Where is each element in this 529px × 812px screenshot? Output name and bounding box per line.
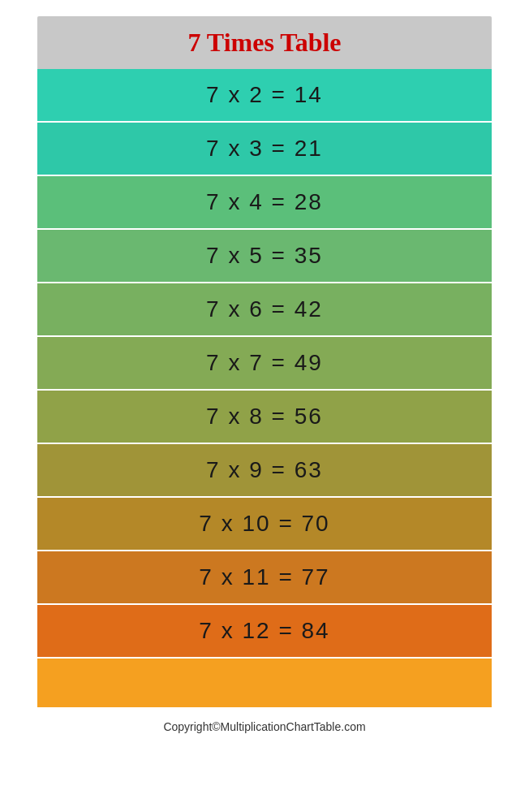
table-row: 7 x 7 = 49 <box>37 337 492 391</box>
table-row: 7 x 9 = 63 <box>37 444 492 498</box>
table-row-text: 7 x 11 = 77 <box>199 564 329 590</box>
footer-text: Copyright©MultiplicationChartTable.com <box>163 720 365 733</box>
table-row-text: 7 x 2 = 14 <box>206 82 323 108</box>
table-row-text: 7 x 8 = 56 <box>206 404 323 430</box>
table-row: 7 x 3 = 21 <box>37 123 492 176</box>
orange-bar <box>37 659 492 707</box>
table-row-text: 7 x 12 = 84 <box>199 618 329 644</box>
table-row: 7 x 2 = 14 <box>37 69 492 123</box>
table-row: 7 x 10 = 70 <box>37 498 492 551</box>
table-row: 7 x 12 = 84 <box>37 605 492 659</box>
table-row-text: 7 x 5 = 35 <box>206 243 323 269</box>
title-row: 7 Times Table <box>37 16 492 69</box>
footer: Copyright©MultiplicationChartTable.com <box>163 720 365 733</box>
table-row: 7 x 5 = 35 <box>37 230 492 283</box>
table-row: 7 x 8 = 56 <box>37 391 492 444</box>
table-row-text: 7 x 9 = 63 <box>206 457 323 483</box>
table-row-text: 7 x 6 = 42 <box>206 296 323 322</box>
main-container: 7 Times Table 7 x 2 = 147 x 3 = 217 x 4 … <box>37 16 492 707</box>
table-row-text: 7 x 7 = 49 <box>206 350 323 376</box>
table-row-text: 7 x 3 = 21 <box>206 136 323 162</box>
page-title: 7 Times Table <box>187 28 341 57</box>
table-row-text: 7 x 10 = 70 <box>199 511 329 537</box>
table-row: 7 x 4 = 28 <box>37 176 492 230</box>
table-row-text: 7 x 4 = 28 <box>206 189 323 215</box>
table-row: 7 x 6 = 42 <box>37 283 492 337</box>
table-row: 7 x 11 = 77 <box>37 551 492 605</box>
table-rows: 7 x 2 = 147 x 3 = 217 x 4 = 287 x 5 = 35… <box>37 69 492 659</box>
